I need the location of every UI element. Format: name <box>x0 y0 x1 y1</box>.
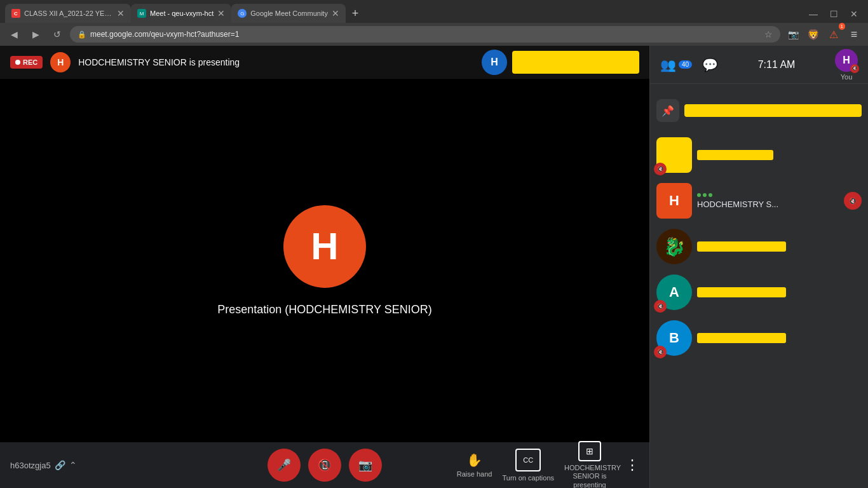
pinned-name-overlay <box>684 104 862 117</box>
p2-speaking-dots <box>697 193 712 197</box>
participant-row-4: A 🔇 <box>650 269 868 315</box>
more-options-button[interactable]: ⋮ <box>625 457 639 473</box>
tab3-label: Google Meet Community <box>250 10 328 17</box>
copy-link-icon[interactable]: 🔗 <box>55 460 65 470</box>
people-icon: 👥 <box>660 57 676 72</box>
captions-label: Turn on captions <box>502 474 554 482</box>
close-button[interactable]: ✕ <box>845 5 863 23</box>
end-call-button[interactable]: 📵 <box>308 449 341 482</box>
p3-name-overlay <box>697 241 786 252</box>
participant-count-badge: 40 <box>679 60 692 69</box>
p2-avatar: H <box>656 183 692 219</box>
p2-info: HODCHEMISTRY S... <box>697 193 839 209</box>
participant-row-3: 🐉 <box>650 224 868 269</box>
header-participant-thumb: H <box>482 50 507 75</box>
presenting-text: HODCHEMISTRY SENIOR is presenting <box>78 57 240 67</box>
alert-icon[interactable]: ⚠ 1 <box>825 25 843 43</box>
p2-name: HODCHEMISTRY S... <box>697 200 839 209</box>
participant-list: 📌 🔇 H <box>650 84 868 488</box>
rec-dot <box>15 60 20 65</box>
participant-row-5: B 🔇 <box>650 315 868 361</box>
mute-button[interactable]: 🎤 <box>268 449 301 482</box>
presentation-label: Presentation (HODCHEMISTRY SENIOR) <box>217 303 431 316</box>
tab1-close[interactable]: ✕ <box>117 8 125 18</box>
camera-off-icon: 📷 <box>358 458 372 472</box>
forward-button[interactable]: ▶ <box>27 25 44 43</box>
tab3-favicon: G <box>238 9 247 18</box>
user-mute-badge: 🔇 <box>850 64 859 73</box>
p3-avatar: 🐉 <box>656 229 692 264</box>
p5-name-overlay <box>697 333 786 343</box>
chat-button[interactable]: 💬 <box>702 57 718 72</box>
right-controls: ✋ Raise hand CC Turn on captions ⊞ HODCH… <box>457 441 639 488</box>
chat-icon: 💬 <box>702 58 718 72</box>
reload-button[interactable]: ↺ <box>48 25 66 43</box>
browser-chrome: C CLASS XII A_2021-22 YEAR 2021-22 ✕ M M… <box>0 0 868 46</box>
tab2-close[interactable]: ✕ <box>217 8 225 18</box>
meet-header: REC H HODCHEMISTRY SENIOR is presenting … <box>0 46 649 79</box>
camera-off-button[interactable]: 📷 <box>349 449 382 482</box>
p5-info <box>697 333 862 343</box>
camera-action-button[interactable]: 📷 <box>784 25 802 43</box>
tab3-close[interactable]: ✕ <box>332 8 339 18</box>
tab2-label: Meet - qeu-vxym-hct <box>150 10 214 17</box>
raise-hand-control[interactable]: ✋ Raise hand <box>457 452 492 478</box>
participant-name-overlay <box>512 51 639 74</box>
raise-hand-icon: ✋ <box>466 452 482 468</box>
sidebar-actions: 👥 40 💬 <box>660 57 718 72</box>
p2-dots-row <box>697 193 839 197</box>
browser-menu-button[interactable]: ≡ <box>845 25 863 43</box>
sidebar-header: 👥 40 💬 7:11 AM H 🔇 You <box>650 46 868 84</box>
tab-3[interactable]: G Google Meet Community ✕ <box>231 4 346 23</box>
center-controls: 🎤 📵 📷 <box>268 449 382 482</box>
captions-box-icon: CC <box>515 449 541 471</box>
meet-app: REC H HODCHEMISTRY SENIOR is presenting … <box>0 46 868 488</box>
tab2-favicon: M <box>137 9 146 18</box>
p4-info <box>697 287 862 297</box>
tab-bar: C CLASS XII A_2021-22 YEAR 2021-22 ✕ M M… <box>0 0 868 46</box>
rec-badge: REC <box>10 56 43 69</box>
p5-mute-icon: 🔇 <box>654 346 667 358</box>
p1-mute-icon: 🔇 <box>654 163 667 175</box>
lock-icon: 🔒 <box>78 30 86 39</box>
pinned-participant-row: 📌 <box>650 89 868 132</box>
browser-nav-actions: 📷 🦁 ⚠ 1 ≡ <box>784 25 863 43</box>
pin-icon: 📌 <box>656 99 679 122</box>
main-video-area: REC H HODCHEMISTRY SENIOR is presenting … <box>0 46 649 488</box>
tab-1[interactable]: C CLASS XII A_2021-22 YEAR 2021-22 ✕ <box>5 4 131 23</box>
presenting-control[interactable]: ⊞ HODCHEMISTRY SENIOR is presenting <box>564 441 615 488</box>
participants-button[interactable]: 👥 40 <box>660 57 692 72</box>
new-tab-button[interactable]: + <box>346 4 365 23</box>
p4-mute-icon: 🔇 <box>654 300 667 313</box>
presenter-avatar: H <box>50 52 71 72</box>
phone-icon: 📵 <box>318 458 332 472</box>
p3-info <box>697 241 862 252</box>
meeting-code-text: h63otzgja5 <box>10 461 51 470</box>
brave-shield-icon[interactable]: 🦁 <box>804 25 822 43</box>
p1-info <box>697 150 862 160</box>
bookmark-icon[interactable]: ☆ <box>764 29 773 39</box>
presenting-bottom-label: HODCHEMISTRY SENIOR is presenting <box>564 464 615 488</box>
tab-2[interactable]: M Meet - qeu-vxym-hct ✕ <box>131 4 231 23</box>
user-avatar-area: H 🔇 You <box>835 49 858 81</box>
maximize-button[interactable]: ☐ <box>825 5 843 23</box>
you-label: You <box>841 73 853 81</box>
tab1-favicon: C <box>11 9 20 18</box>
participant-row-2: H HODCHEMISTRY S... 🔇 <box>650 178 868 224</box>
tab1-label: CLASS XII A_2021-22 YEAR 2021-22 <box>24 10 113 17</box>
expand-icon[interactable]: ⌃ <box>69 460 77 470</box>
address-bar[interactable]: 🔒 meet.google.com/qeu-vxym-hct?authuser=… <box>70 26 780 43</box>
bottom-toolbar: h63otzgja5 🔗 ⌃ 🎤 📵 📷 ✋ <box>0 442 649 488</box>
header-right: H <box>482 50 639 75</box>
minimize-button[interactable]: — <box>804 5 822 23</box>
back-button[interactable]: ◀ <box>5 25 23 43</box>
address-text: meet.google.com/qeu-vxym-hct?authuser=1 <box>90 30 239 39</box>
p1-name-overlay <box>697 150 773 160</box>
presenting-icon: ⊞ <box>578 441 601 461</box>
time-display: 7:11 AM <box>758 59 796 71</box>
meeting-code-area: h63otzgja5 🔗 ⌃ <box>10 460 77 470</box>
participant-row-1: 🔇 <box>650 132 868 178</box>
rec-label: REC <box>23 58 37 66</box>
captions-control[interactable]: CC Turn on captions <box>502 449 554 482</box>
right-sidebar: 👥 40 💬 7:11 AM H 🔇 You 📌 <box>649 46 868 488</box>
